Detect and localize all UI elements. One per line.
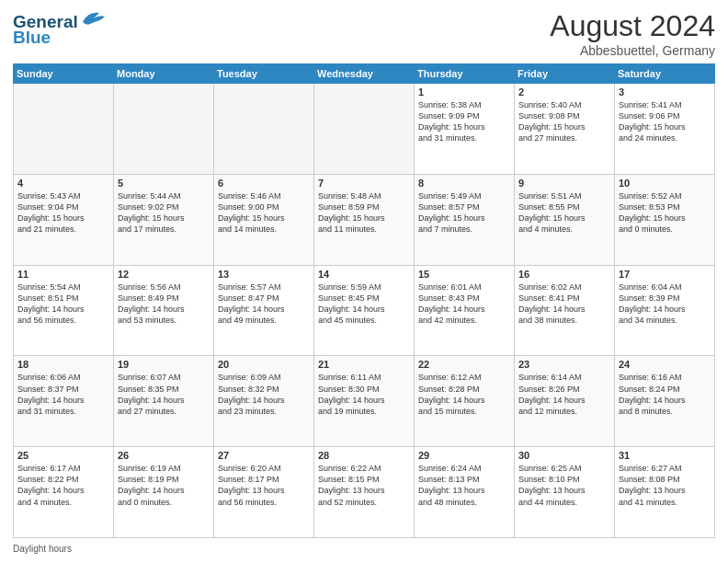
day-cell: 3Sunrise: 5:41 AM Sunset: 9:06 PM Daylig… xyxy=(615,84,715,175)
calendar-header: SundayMondayTuesdayWednesdayThursdayFrid… xyxy=(14,64,715,84)
title-block: August 2024 Abbesbuettel, Germany xyxy=(550,9,715,58)
day-header-monday: Monday xyxy=(114,64,214,84)
day-info: Sunrise: 6:11 AM Sunset: 8:30 PM Dayligh… xyxy=(318,372,410,417)
footer-text: Daylight hours xyxy=(13,544,72,554)
days-header-row: SundayMondayTuesdayWednesdayThursdayFrid… xyxy=(14,64,715,84)
day-cell: 28Sunrise: 6:22 AM Sunset: 8:15 PM Dayli… xyxy=(314,447,415,538)
footer: Daylight hours xyxy=(13,542,715,554)
week-row-4: 18Sunrise: 6:06 AM Sunset: 8:37 PM Dayli… xyxy=(14,356,715,447)
day-number: 28 xyxy=(318,450,410,461)
day-cell: 5Sunrise: 5:44 AM Sunset: 9:02 PM Daylig… xyxy=(114,174,214,265)
day-info: Sunrise: 5:46 AM Sunset: 9:00 PM Dayligh… xyxy=(218,190,310,236)
day-info: Sunrise: 5:54 AM Sunset: 8:51 PM Dayligh… xyxy=(17,282,109,327)
day-info: Sunrise: 5:41 AM Sunset: 9:06 PM Dayligh… xyxy=(619,99,711,144)
day-number: 18 xyxy=(17,359,109,370)
day-cell: 18Sunrise: 6:06 AM Sunset: 8:37 PM Dayli… xyxy=(14,356,114,447)
day-info: Sunrise: 6:06 AM Sunset: 8:37 PM Dayligh… xyxy=(17,372,109,417)
day-cell: 9Sunrise: 5:51 AM Sunset: 8:55 PM Daylig… xyxy=(515,174,615,265)
day-info: Sunrise: 6:04 AM Sunset: 8:39 PM Dayligh… xyxy=(619,282,711,327)
day-number: 10 xyxy=(619,178,711,189)
day-cell: 7Sunrise: 5:48 AM Sunset: 8:59 PM Daylig… xyxy=(314,174,415,265)
day-number: 25 xyxy=(17,450,109,461)
day-info: Sunrise: 6:17 AM Sunset: 8:22 PM Dayligh… xyxy=(17,463,109,508)
week-row-3: 11Sunrise: 5:54 AM Sunset: 8:51 PM Dayli… xyxy=(14,265,715,356)
day-info: Sunrise: 5:49 AM Sunset: 8:57 PM Dayligh… xyxy=(418,190,510,236)
week-row-5: 25Sunrise: 6:17 AM Sunset: 8:22 PM Dayli… xyxy=(14,447,715,538)
day-cell: 13Sunrise: 5:57 AM Sunset: 8:47 PM Dayli… xyxy=(214,265,314,356)
day-cell: 29Sunrise: 6:24 AM Sunset: 8:13 PM Dayli… xyxy=(415,447,515,538)
day-info: Sunrise: 5:57 AM Sunset: 8:47 PM Dayligh… xyxy=(218,282,310,327)
day-number: 26 xyxy=(118,450,210,461)
day-number: 14 xyxy=(318,269,410,280)
day-cell: 12Sunrise: 5:56 AM Sunset: 8:49 PM Dayli… xyxy=(114,265,214,356)
day-cell xyxy=(314,84,415,175)
day-number: 24 xyxy=(619,359,711,370)
day-info: Sunrise: 5:43 AM Sunset: 9:04 PM Dayligh… xyxy=(17,190,109,236)
header: General Blue August 2024 Abbesbuettel, G… xyxy=(13,9,715,58)
day-number: 15 xyxy=(418,269,510,280)
day-header-friday: Friday xyxy=(515,64,615,84)
day-info: Sunrise: 5:52 AM Sunset: 8:53 PM Dayligh… xyxy=(619,190,711,236)
day-info: Sunrise: 5:40 AM Sunset: 9:08 PM Dayligh… xyxy=(518,99,610,144)
day-number: 27 xyxy=(218,450,310,461)
calendar-table: SundayMondayTuesdayWednesdayThursdayFrid… xyxy=(13,63,715,538)
day-header-sunday: Sunday xyxy=(14,64,114,84)
day-number: 12 xyxy=(118,269,210,280)
month-year: August 2024 xyxy=(550,9,715,43)
day-cell: 30Sunrise: 6:25 AM Sunset: 8:10 PM Dayli… xyxy=(515,447,615,538)
day-info: Sunrise: 5:51 AM Sunset: 8:55 PM Dayligh… xyxy=(518,190,610,236)
day-number: 21 xyxy=(318,359,410,370)
day-cell: 19Sunrise: 6:07 AM Sunset: 8:35 PM Dayli… xyxy=(114,356,214,447)
day-cell xyxy=(214,84,314,175)
day-number: 8 xyxy=(418,178,510,189)
day-info: Sunrise: 6:16 AM Sunset: 8:24 PM Dayligh… xyxy=(619,372,711,417)
day-info: Sunrise: 6:20 AM Sunset: 8:17 PM Dayligh… xyxy=(218,463,310,508)
day-number: 19 xyxy=(118,359,210,370)
location: Abbesbuettel, Germany xyxy=(550,43,715,58)
day-cell: 8Sunrise: 5:49 AM Sunset: 8:57 PM Daylig… xyxy=(415,174,515,265)
day-header-thursday: Thursday xyxy=(415,64,515,84)
day-cell: 21Sunrise: 6:11 AM Sunset: 8:30 PM Dayli… xyxy=(314,356,415,447)
day-info: Sunrise: 6:19 AM Sunset: 8:19 PM Dayligh… xyxy=(118,463,210,508)
day-info: Sunrise: 6:12 AM Sunset: 8:28 PM Dayligh… xyxy=(418,372,510,417)
day-number: 20 xyxy=(218,359,310,370)
day-number: 1 xyxy=(418,86,510,98)
logo-blue: Blue xyxy=(13,29,51,46)
day-info: Sunrise: 5:56 AM Sunset: 8:49 PM Dayligh… xyxy=(118,282,210,327)
day-info: Sunrise: 6:27 AM Sunset: 8:08 PM Dayligh… xyxy=(619,463,711,508)
logo: General Blue xyxy=(13,9,107,46)
day-info: Sunrise: 6:01 AM Sunset: 8:43 PM Dayligh… xyxy=(418,282,510,327)
day-cell: 10Sunrise: 5:52 AM Sunset: 8:53 PM Dayli… xyxy=(615,174,715,265)
day-cell: 27Sunrise: 6:20 AM Sunset: 8:17 PM Dayli… xyxy=(214,447,314,538)
day-info: Sunrise: 6:14 AM Sunset: 8:26 PM Dayligh… xyxy=(518,372,610,417)
day-cell: 15Sunrise: 6:01 AM Sunset: 8:43 PM Dayli… xyxy=(415,265,515,356)
day-info: Sunrise: 5:48 AM Sunset: 8:59 PM Dayligh… xyxy=(318,190,410,236)
day-number: 29 xyxy=(418,450,510,461)
day-cell: 11Sunrise: 5:54 AM Sunset: 8:51 PM Dayli… xyxy=(14,265,114,356)
day-number: 22 xyxy=(418,359,510,370)
day-number: 9 xyxy=(518,178,610,189)
day-info: Sunrise: 6:22 AM Sunset: 8:15 PM Dayligh… xyxy=(318,463,410,508)
day-cell: 26Sunrise: 6:19 AM Sunset: 8:19 PM Dayli… xyxy=(114,447,214,538)
day-number: 6 xyxy=(218,178,310,189)
day-cell: 20Sunrise: 6:09 AM Sunset: 8:32 PM Dayli… xyxy=(214,356,314,447)
day-cell: 24Sunrise: 6:16 AM Sunset: 8:24 PM Dayli… xyxy=(615,356,715,447)
day-number: 11 xyxy=(17,269,109,280)
day-number: 7 xyxy=(318,178,410,189)
day-cell: 31Sunrise: 6:27 AM Sunset: 8:08 PM Dayli… xyxy=(615,447,715,538)
day-info: Sunrise: 6:24 AM Sunset: 8:13 PM Dayligh… xyxy=(418,463,510,508)
day-number: 3 xyxy=(619,86,711,98)
day-header-wednesday: Wednesday xyxy=(314,64,415,84)
day-number: 31 xyxy=(619,450,711,461)
day-cell: 6Sunrise: 5:46 AM Sunset: 9:00 PM Daylig… xyxy=(214,174,314,265)
day-header-tuesday: Tuesday xyxy=(214,64,314,84)
day-cell: 17Sunrise: 6:04 AM Sunset: 8:39 PM Dayli… xyxy=(615,265,715,356)
day-info: Sunrise: 6:09 AM Sunset: 8:32 PM Dayligh… xyxy=(218,372,310,417)
calendar-body: 1Sunrise: 5:38 AM Sunset: 9:09 PM Daylig… xyxy=(14,84,715,538)
day-number: 23 xyxy=(518,359,610,370)
week-row-1: 1Sunrise: 5:38 AM Sunset: 9:09 PM Daylig… xyxy=(14,84,715,175)
day-info: Sunrise: 6:02 AM Sunset: 8:41 PM Dayligh… xyxy=(518,282,610,327)
day-number: 17 xyxy=(619,269,711,280)
day-info: Sunrise: 6:25 AM Sunset: 8:10 PM Dayligh… xyxy=(518,463,610,508)
day-cell: 2Sunrise: 5:40 AM Sunset: 9:08 PM Daylig… xyxy=(515,84,615,175)
